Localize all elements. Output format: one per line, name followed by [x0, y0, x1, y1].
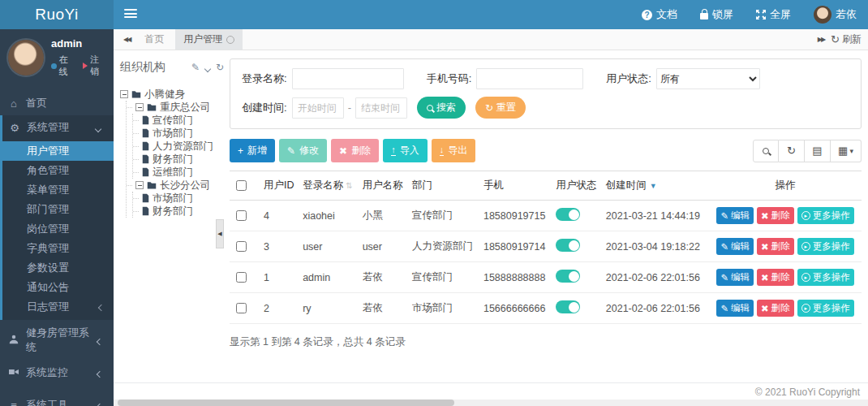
chevron-down-icon[interactable]: [205, 62, 210, 73]
toggle-view-button[interactable]: ▤: [805, 140, 831, 162]
row-checkbox[interactable]: [236, 272, 247, 283]
tree-node-财务部门[interactable]: 财务部门: [133, 205, 224, 218]
delete-row-button[interactable]: ✖删除: [757, 238, 794, 255]
docs-button[interactable]: ? 文档: [642, 7, 677, 22]
columns-button[interactable]: ▦▾: [831, 140, 862, 162]
tree-node-市场部门[interactable]: 市场部门: [133, 127, 224, 140]
sidebar-item-参数设置[interactable]: 参数设置: [2, 258, 114, 278]
tree-node-重庆总公司[interactable]: 重庆总公司: [127, 101, 224, 114]
sidebar-item-健身房管理系统[interactable]: 健身房管理系统: [0, 328, 114, 352]
sidebar-item-岗位管理[interactable]: 岗位管理: [2, 219, 114, 239]
sidebar-toggle-icon[interactable]: [124, 9, 137, 19]
more-actions-button[interactable]: ▸更多操作: [797, 207, 854, 224]
reset-button[interactable]: ↻ 重置: [475, 97, 526, 119]
collapse-node-icon[interactable]: [135, 181, 144, 189]
tree-node-长沙分公司[interactable]: 长沙分公司: [127, 179, 224, 192]
edit-row-button[interactable]: ✎编辑: [716, 269, 754, 286]
column-label: 用户ID: [264, 179, 294, 191]
more-actions-button[interactable]: ▸更多操作: [797, 238, 854, 255]
search-button[interactable]: 搜索: [417, 97, 466, 119]
tree-connector: [133, 133, 139, 134]
lock-screen-button[interactable]: 锁屏: [700, 7, 733, 22]
tabs-scroll-left-icon[interactable]: ◀◀: [120, 36, 133, 43]
submenu-item-label: 用户管理: [27, 141, 114, 161]
brand-logo[interactable]: RuoYi: [0, 0, 114, 29]
tabs-scroll-right-icon[interactable]: ▶▶: [814, 36, 827, 43]
login-name-cell: xiaohei: [299, 201, 359, 231]
status-toggle[interactable]: [556, 239, 580, 252]
refresh-table-button[interactable]: ↻: [779, 140, 805, 162]
tree-node-宣传部门[interactable]: 宣传部门: [133, 114, 224, 127]
more-actions-button[interactable]: ▸更多操作: [797, 269, 854, 286]
sidebar-item-通知公告[interactable]: 通知公告: [2, 278, 114, 297]
gear-icon: ⚙: [9, 122, 20, 134]
scrollbar-thumb[interactable]: [118, 400, 454, 406]
select-all-checkbox[interactable]: [236, 180, 247, 191]
phone-input[interactable]: [476, 68, 583, 89]
fullscreen-button[interactable]: 全屏: [756, 7, 791, 22]
edit-row-button[interactable]: ✎编辑: [716, 238, 754, 255]
export-button[interactable]: ↓导出: [432, 139, 476, 162]
more-actions-button[interactable]: ▸更多操作: [797, 300, 854, 317]
tree-node-小腾健身[interactable]: 小腾健身: [120, 88, 224, 101]
tab-home[interactable]: 首页: [136, 29, 172, 50]
tab-user-management[interactable]: 用户管理: [175, 29, 243, 50]
column-header-用户状态: 用户状态: [552, 171, 602, 201]
sidebar-item-home[interactable]: ⌂首页: [0, 91, 114, 115]
sort-icon[interactable]: ⇅: [346, 181, 352, 190]
tree-node-label: 运维部门: [153, 166, 193, 179]
sidebar-item-角色管理[interactable]: 角色管理: [2, 161, 114, 180]
column-header-登录名称[interactable]: 登录名称⇅: [299, 171, 359, 201]
x-icon: ✖: [761, 210, 769, 222]
tree-node-财务部门[interactable]: 财务部门: [133, 153, 224, 166]
row-select-cell: [230, 293, 260, 324]
panel-collapse-handle[interactable]: ◀: [216, 219, 224, 248]
sidebar-item-字典管理[interactable]: 字典管理: [2, 239, 114, 258]
tree-node-市场部门[interactable]: 市场部门: [133, 192, 224, 205]
start-time-input[interactable]: [292, 97, 344, 119]
user-menu[interactable]: 若依: [814, 6, 857, 24]
sidebar-item-日志管理[interactable]: 日志管理: [2, 297, 114, 317]
lock-icon: [700, 13, 708, 19]
tree-node-label: 市场部门: [153, 127, 193, 140]
main-area: ◀◀ 首页 用户管理 ▶▶ ↻ 刷新 组织机构 ✎ ↻ 小腾健身重庆总公司宣传部…: [114, 29, 868, 406]
column-header-创建时间[interactable]: 创建时间▼: [603, 171, 709, 201]
collapse-node-icon[interactable]: [120, 90, 128, 98]
delete-row-button[interactable]: ✖删除: [757, 207, 794, 224]
edit-row-button[interactable]: ✎编辑: [716, 207, 754, 224]
sidebar-item-菜单管理[interactable]: 菜单管理: [2, 180, 114, 200]
sort-desc-icon[interactable]: ▼: [650, 182, 657, 190]
tree-node-人力资源部门[interactable]: 人力资源部门: [133, 140, 224, 153]
delete-button[interactable]: ✖删除: [331, 139, 379, 162]
tree-title: 组织机构: [120, 60, 186, 75]
refresh-icon[interactable]: ↻: [216, 63, 224, 72]
sidebar-item-用户管理[interactable]: 用户管理: [2, 141, 114, 161]
tree-node-运维部门[interactable]: 运维部门: [133, 166, 224, 179]
sidebar-item-系统工具[interactable]: ≡系统工具: [0, 393, 114, 406]
end-time-input[interactable]: [355, 97, 407, 119]
avatar[interactable]: [8, 40, 44, 76]
refresh-tab-button[interactable]: ↻ 刷新: [831, 32, 862, 46]
row-checkbox[interactable]: [236, 241, 247, 252]
tab-close-icon[interactable]: [226, 36, 234, 44]
show-search-button[interactable]: [753, 140, 779, 162]
row-checkbox[interactable]: [236, 210, 247, 221]
sidebar-item-系统监控[interactable]: 系统监控: [0, 361, 114, 385]
delete-row-button[interactable]: ✖删除: [757, 269, 794, 286]
logout-link[interactable]: 注销: [90, 54, 107, 78]
delete-row-button[interactable]: ✖删除: [757, 300, 794, 317]
status-toggle[interactable]: [556, 300, 580, 313]
add-button[interactable]: +新增: [230, 139, 275, 162]
login-name-input[interactable]: [292, 68, 404, 89]
row-checkbox[interactable]: [236, 303, 247, 313]
edit-icon[interactable]: ✎: [191, 63, 200, 72]
edit-button[interactable]: ✎修改: [279, 139, 327, 162]
collapse-node-icon[interactable]: [135, 103, 144, 111]
status-toggle[interactable]: [556, 270, 580, 283]
user-status-select[interactable]: 所有: [656, 68, 760, 89]
import-button[interactable]: ↑导入: [383, 139, 428, 162]
status-toggle[interactable]: [556, 208, 580, 221]
edit-row-button[interactable]: ✎编辑: [716, 300, 754, 317]
sidebar-item-system-management[interactable]: ⚙系统管理: [2, 115, 114, 140]
sidebar-item-部门管理[interactable]: 部门管理: [2, 200, 114, 219]
